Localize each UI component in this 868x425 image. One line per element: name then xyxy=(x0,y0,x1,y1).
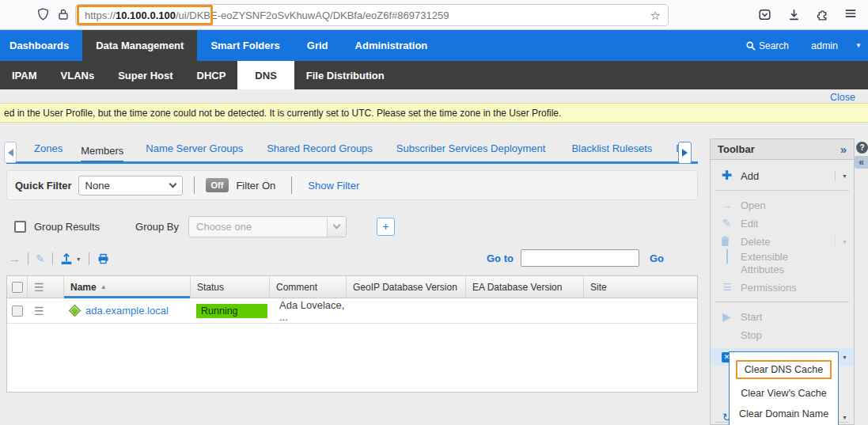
print-icon[interactable] xyxy=(97,252,110,265)
member-diamond-icon xyxy=(69,305,81,317)
sorted-column-underline xyxy=(64,296,190,298)
infoblox-dns-members-screen: https://10.100.0.100/ui/DKBE-eoZYSNF2oSv… xyxy=(0,0,868,425)
filter-toggle-button[interactable]: Off xyxy=(206,178,229,192)
bookmark-star-icon[interactable]: ☆ xyxy=(650,9,661,23)
column-header-ea-database-version[interactable]: EA Database Version xyxy=(466,276,584,298)
row-checkbox[interactable] xyxy=(12,305,23,317)
grid-action-row: → ✎ ▼ Go to Go xyxy=(8,249,699,269)
goto-input[interactable] xyxy=(521,249,639,267)
tab-members[interactable]: Members xyxy=(81,140,123,161)
toolbar-edit-button[interactable]: ✎ Edit xyxy=(711,214,854,232)
subnav-item-dns[interactable]: DNS xyxy=(237,61,294,89)
toolbar-collapse-icon[interactable]: » xyxy=(840,142,847,156)
column-header-status[interactable]: Status xyxy=(191,276,270,298)
toolbar-extensible-attributes-button[interactable]: Extensible Attributes xyxy=(711,251,854,278)
subnav-item-super-host[interactable]: Super Host xyxy=(106,61,184,89)
subnav-item-ipam[interactable]: IPAM xyxy=(0,61,49,89)
menu-item-clear-domain-name[interactable]: Clear Domain Name xyxy=(730,404,838,424)
nav-item-label: Grid xyxy=(307,40,328,51)
column-header-comment[interactable]: Comment xyxy=(270,276,347,298)
tab-subscriber-services-deployment[interactable]: Subscriber Services Deployment xyxy=(396,138,546,161)
table-row[interactable]: ☰ ada.example.local Running Ada Lovelace… xyxy=(7,298,697,324)
toolbar-permissions-button[interactable]: ☰ Permissions xyxy=(711,279,854,296)
banner-message: ed in the User Profile, but the time zon… xyxy=(4,108,561,119)
add-caret-icon[interactable]: ▼ xyxy=(835,170,847,181)
member-name-link[interactable]: ada.example.local xyxy=(85,305,169,317)
quick-filter-select[interactable]: None xyxy=(78,176,183,195)
toolbar-item-label: Add xyxy=(741,170,759,182)
user-menu-caret-icon[interactable]: ▼ xyxy=(855,42,862,49)
panel-collapse-icon[interactable]: « xyxy=(855,156,868,169)
column-header-geoip-database-version[interactable]: GeoIP Database Version xyxy=(347,276,466,298)
export-caret-icon[interactable]: ▼ xyxy=(76,256,81,262)
chevron-down-icon xyxy=(169,180,176,188)
lock-icon[interactable] xyxy=(57,7,70,21)
export-icon[interactable] xyxy=(60,252,73,265)
toolbar-item-label: Start xyxy=(741,311,762,323)
subnav-item-label: VLANs xyxy=(61,70,95,82)
show-filter-link[interactable]: Show Filter xyxy=(308,180,359,192)
nav-item-dashboards[interactable]: Dashboards xyxy=(0,30,82,61)
group-results-checkbox[interactable] xyxy=(14,221,26,233)
select-all-checkbox[interactable] xyxy=(12,282,23,293)
nav-item-label: Dashboards xyxy=(9,40,69,51)
toolbar-delete-button[interactable]: Delete ▼ xyxy=(711,233,854,250)
global-search[interactable]: Search xyxy=(746,40,789,51)
toolbar-start-button[interactable]: ▶ Start xyxy=(711,308,854,325)
divider xyxy=(291,176,292,194)
banner-close-link[interactable]: Close xyxy=(830,92,855,103)
quick-filter-bar: Quick Filter None Off Filter On Show Fil… xyxy=(6,170,698,200)
url-bar[interactable]: https://10.100.0.100/ui/DKBE-eoZYSNF2oSv… xyxy=(75,4,669,26)
nav-item-smart-folders[interactable]: Smart Folders xyxy=(197,30,293,61)
menu-item-clear-views-cache[interactable]: Clear View's Cache xyxy=(730,383,838,404)
go-button[interactable]: Go xyxy=(650,252,664,264)
subnav-item-label: File Distribution xyxy=(306,70,385,82)
url-host: 10.100.0.100 xyxy=(116,9,176,21)
group-by-select[interactable]: Choose one xyxy=(188,216,347,237)
header-select-all-cell xyxy=(7,276,28,298)
tab-blacklist-rulesets[interactable]: Blacklist Rulesets xyxy=(571,138,652,161)
tab-scroll-right-button[interactable] xyxy=(678,142,692,164)
subnav-item-dhcp[interactable]: DHCP xyxy=(185,61,238,89)
shield-icon[interactable] xyxy=(36,7,50,21)
edit-pencil-icon[interactable]: ✎ xyxy=(36,253,45,264)
open-arrow-icon[interactable]: → xyxy=(8,252,21,265)
column-header-site[interactable]: Site xyxy=(584,276,697,298)
toolbar-item-label: Delete xyxy=(741,236,771,248)
add-group-button[interactable]: + xyxy=(377,218,395,236)
subnav-item-vlans[interactable]: VLANs xyxy=(49,61,107,89)
table-header-row: ☰ Name ▲ Status Comment GeoIP Database V… xyxy=(7,276,697,298)
downloads-icon[interactable] xyxy=(787,8,801,21)
tab-scroll-left-button[interactable] xyxy=(4,142,17,163)
pocket-icon[interactable] xyxy=(758,8,771,21)
nav-item-data-management[interactable]: Data Management xyxy=(82,30,197,61)
user-menu[interactable]: admin xyxy=(811,40,838,51)
tab-shared-record-groups[interactable]: Shared Record Groups xyxy=(267,138,373,161)
row-menu-icon[interactable]: ☰ xyxy=(34,305,44,317)
subnav-item-label: DNS xyxy=(255,70,276,82)
search-icon xyxy=(746,41,756,51)
extensions-puzzle-icon[interactable] xyxy=(816,8,829,21)
subnav-item-file-distribution[interactable]: File Distribution xyxy=(294,61,396,89)
help-icon[interactable]: ? xyxy=(856,142,868,154)
toolbar-add-button[interactable]: ✚ Add ▼ xyxy=(711,167,854,184)
members-table: ☰ Name ▲ Status Comment GeoIP Database V… xyxy=(6,275,698,393)
menu-item-clear-dns-cache[interactable]: Clear DNS Cache xyxy=(730,356,838,383)
column-header-name[interactable]: Name ▲ xyxy=(64,276,191,298)
tab-name-server-groups[interactable]: Name Server Groups xyxy=(146,138,243,161)
stop-square-icon xyxy=(720,329,733,340)
clear-dropdown-menu: Clear DNS Cache Clear View's Cache Clear… xyxy=(729,351,839,425)
tab-zones[interactable]: Zones xyxy=(34,138,63,161)
row-burger-cell: ☰ xyxy=(28,298,64,323)
nav-item-grid[interactable]: Grid xyxy=(294,30,342,61)
toolbar-stop-button[interactable]: Stop xyxy=(711,326,854,343)
row-select-cell xyxy=(7,298,28,323)
row-comment-cell: Ada Lovelace, ... xyxy=(270,298,347,323)
add-plus-icon: ✚ xyxy=(720,169,733,182)
nav-item-administration[interactable]: Administration xyxy=(342,30,442,61)
menu-hamburger-icon[interactable] xyxy=(843,6,858,21)
toolbar-item-label: Edit xyxy=(741,218,758,230)
row-menu-icon[interactable]: ☰ xyxy=(34,281,44,294)
toolbar-item-label: Open xyxy=(741,199,766,211)
toolbar-open-button[interactable]: → Open xyxy=(711,196,854,214)
